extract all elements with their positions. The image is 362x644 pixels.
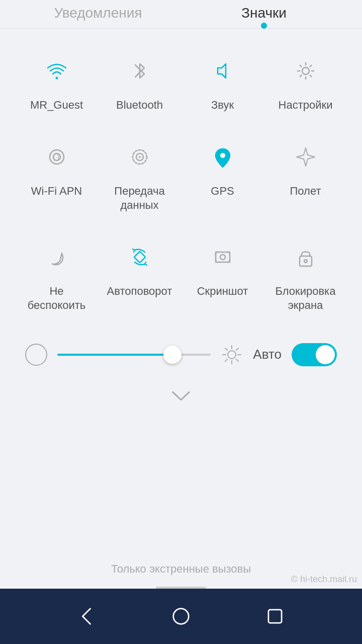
sound-icon-circle xyxy=(203,51,243,91)
svg-point-13 xyxy=(220,255,225,260)
flight-icon xyxy=(294,145,318,169)
svg-text:(·): (·) xyxy=(53,153,59,161)
wifi-apn-label: Wi-Fi APN xyxy=(31,184,82,199)
brightness-low-icon xyxy=(25,344,47,366)
auto-brightness-toggle[interactable] xyxy=(292,343,337,366)
bluetooth-icon xyxy=(128,59,152,83)
lock-icon-circle xyxy=(286,237,326,277)
flight-tile[interactable]: Полет xyxy=(264,125,347,225)
dnd-label: Не беспокоить xyxy=(20,284,93,313)
wifi-tile[interactable]: MR_Guest xyxy=(15,39,98,125)
main-content: MR_Guest Bluetooth Зву xyxy=(0,29,362,589)
dnd-tile[interactable]: Не беспокоить xyxy=(15,225,98,325)
sound-label: Звук xyxy=(211,98,234,113)
autorotate-label: Автоповорот xyxy=(107,284,172,299)
svg-point-9 xyxy=(139,156,141,158)
svg-rect-26 xyxy=(268,610,282,623)
settings-label: Настройки xyxy=(279,98,333,113)
svg-rect-12 xyxy=(216,252,230,262)
gps-icon-circle xyxy=(203,137,243,177)
lock-tile[interactable]: Блокировка экрана xyxy=(264,225,347,325)
gps-tile[interactable]: GPS xyxy=(181,125,264,225)
gps-icon xyxy=(211,145,235,169)
autorotate-icon xyxy=(128,245,152,269)
watermark: © hi-tech.mail.ru xyxy=(291,574,357,585)
brightness-row: Авто xyxy=(15,335,347,374)
autorotate-tile[interactable]: Автоповорот xyxy=(98,225,181,325)
auto-label: Авто xyxy=(253,347,282,362)
svg-line-24 xyxy=(225,359,227,361)
settings-tile[interactable]: Настройки xyxy=(264,39,347,125)
lock-label: Блокировка экрана xyxy=(269,284,342,313)
screenshot-icon xyxy=(211,245,235,269)
sound-tile[interactable]: Звук xyxy=(181,39,264,125)
nav-back-icon xyxy=(75,604,99,628)
wifi-apn-icon-circle: (·) xyxy=(37,137,77,177)
flight-icon-circle xyxy=(286,137,326,177)
bluetooth-icon-circle xyxy=(120,51,160,91)
nav-recent-icon xyxy=(263,604,287,628)
screenshot-label: Скриншот xyxy=(197,284,248,299)
screenshot-tile[interactable]: Скриншот xyxy=(181,225,264,325)
nav-bar xyxy=(0,589,362,644)
bluetooth-tile[interactable]: Bluetooth xyxy=(98,39,181,125)
dnd-icon xyxy=(45,245,69,269)
nav-back-button[interactable] xyxy=(72,601,102,631)
wifi-apn-tile[interactable]: (·) Wi-Fi APN xyxy=(15,125,98,225)
svg-marker-1 xyxy=(218,64,226,78)
svg-point-16 xyxy=(228,351,236,359)
nav-home-icon xyxy=(169,604,193,628)
svg-rect-11 xyxy=(134,251,145,263)
gps-label: GPS xyxy=(211,184,234,199)
data-transfer-tile[interactable]: Передача данных xyxy=(98,125,181,225)
lock-icon xyxy=(294,245,318,269)
svg-point-25 xyxy=(173,609,189,624)
quick-settings-grid: MR_Guest Bluetooth Зву xyxy=(15,39,347,325)
bluetooth-label: Bluetooth xyxy=(116,98,163,113)
brightness-slider[interactable] xyxy=(57,354,211,356)
svg-point-15 xyxy=(304,260,307,263)
data-transfer-icon xyxy=(128,145,152,169)
dnd-icon-circle xyxy=(37,237,77,277)
wifi-icon-circle xyxy=(37,51,77,91)
svg-point-0 xyxy=(55,77,58,79)
settings-icon xyxy=(294,59,318,83)
sound-icon xyxy=(211,59,235,83)
slider-thumb xyxy=(163,346,182,364)
tab-icons[interactable]: Значки xyxy=(181,5,347,28)
flight-label: Полет xyxy=(290,184,321,199)
svg-rect-14 xyxy=(300,256,312,266)
header-tabs: Уведомления Значки xyxy=(0,0,362,29)
chevron-row xyxy=(15,374,347,419)
slider-fill xyxy=(57,354,172,356)
toggle-knob xyxy=(316,345,335,364)
svg-point-10 xyxy=(220,153,225,158)
screenshot-icon-circle xyxy=(203,237,243,277)
brightness-high-icon xyxy=(221,344,243,366)
svg-point-2 xyxy=(302,67,309,74)
svg-line-23 xyxy=(236,348,238,350)
autorotate-icon-circle xyxy=(120,237,160,277)
wifi-apn-icon: (·) xyxy=(45,145,69,169)
wifi-icon xyxy=(45,59,69,83)
data-transfer-icon-circle xyxy=(120,137,160,177)
nav-home-button[interactable] xyxy=(166,601,196,631)
settings-icon-circle xyxy=(286,51,326,91)
chevron-down-icon[interactable] xyxy=(169,384,193,409)
wifi-label: MR_Guest xyxy=(30,98,83,113)
svg-line-22 xyxy=(236,359,238,361)
tab-notifications[interactable]: Уведомления xyxy=(15,5,181,28)
data-transfer-label: Передача данных xyxy=(103,184,176,213)
nav-recent-button[interactable] xyxy=(260,601,290,631)
svg-line-21 xyxy=(225,348,227,350)
